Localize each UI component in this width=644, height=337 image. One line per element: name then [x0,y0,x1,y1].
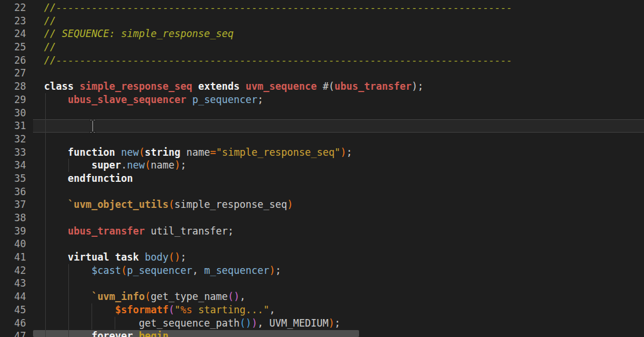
token-kw: super [92,159,121,171]
code-line-40[interactable]: 40 [0,237,644,251]
code-text[interactable]: function new(string name="simple_respons… [26,146,352,159]
code-line-33[interactable]: 33 function new(string name="simple_resp… [0,146,644,159]
editor-viewport: 22//------------------------------------… [0,0,644,337]
token-txt [115,146,121,158]
token-str: " [174,304,180,316]
code-text[interactable]: forever begin [26,329,169,337]
code-text[interactable]: class simple_response_seq extends uvm_se… [26,80,423,93]
token-fn: body [145,251,169,263]
line-number: 35 [0,172,26,185]
token-txt: , UVM_MEDIUM [258,317,329,329]
token-kw: forever [92,330,133,337]
token-txt: . [121,159,127,171]
token-kw: task [115,251,139,263]
token-txt: ; [258,94,264,105]
code-text[interactable]: ubus_transfer util_transfer; [26,225,234,238]
line-number: 32 [0,133,26,146]
token-txt: name [151,159,174,171]
line-number: 33 [0,146,26,159]
code-line-27[interactable]: 27 [0,67,644,80]
token-fn: new [127,159,145,171]
indent-guide [45,119,46,133]
token-b2: ( [169,304,174,316]
current-line-highlight [33,119,644,133]
token-mac: `uvm_info [92,291,145,302]
code-text[interactable]: // [26,41,56,54]
token-b2: () [228,291,239,302]
code-line-26[interactable]: 26//------------------------------------… [0,54,644,67]
token-txt [109,251,115,263]
token-txt [44,159,92,171]
token-com: //--------------------------------------… [44,54,513,66]
code-line-29[interactable]: 29 ubus_slave_sequencer p_sequencer; [0,93,644,107]
code-line-35[interactable]: 35 endfunction [0,172,644,185]
token-com: // SEQUENCE: simple_response_seq [44,28,234,39]
code-text[interactable]: // [26,14,56,28]
token-b1: ) [328,317,334,329]
code-text[interactable]: endfunction [26,172,133,185]
code-line-31[interactable]: 31 [0,119,644,133]
code-line-36[interactable]: 36 [0,185,644,199]
code-text[interactable]: $sformatf("%s starting...", [26,303,275,317]
indent-guide [45,237,46,251]
line-number: 47 [0,329,26,337]
token-kw: class [44,80,74,92]
token-txt [44,304,115,316]
indent-guide [68,277,69,290]
token-txt [44,265,92,276]
code-line-28[interactable]: 28class simple_response_seq extends uvm_… [0,80,644,93]
code-area[interactable]: 22//------------------------------------… [0,0,644,337]
code-line-34[interactable]: 34 super.new(name); [0,159,644,172]
code-line-39[interactable]: 39 ubus_transfer util_transfer; [0,225,644,238]
token-txt [192,80,198,92]
code-line-42[interactable]: 42 $cast(p_sequencer, m_sequencer); [0,264,644,277]
token-mac: `uvm_object_utils [68,199,169,210]
line-number: 46 [0,317,26,330]
token-txt: get_sequence_path [139,317,240,329]
code-line-22[interactable]: 22//------------------------------------… [0,1,644,14]
line-number: 24 [0,27,26,41]
line-number: 26 [0,54,26,67]
token-com: // [44,15,56,27]
code-line-46[interactable]: 46 get_sequence_path()), UVM_MEDIUM); [0,317,644,330]
code-line-23[interactable]: 23// [0,14,644,28]
code-line-24[interactable]: 24// SEQUENCE: simple_response_seq [0,27,644,41]
code-line-37[interactable]: 37 `uvm_object_utils(simple_response_seq… [0,198,644,211]
code-text[interactable]: `uvm_object_utils(simple_response_seq) [26,198,293,211]
code-line-45[interactable]: 45 $sformatf("%s starting...", [0,303,644,317]
line-number: 27 [0,67,26,80]
code-line-41[interactable]: 41 virtual task body(); [0,251,644,264]
code-line-32[interactable]: 32 [0,133,644,146]
code-text[interactable]: get_sequence_path()), UVM_MEDIUM); [26,317,341,330]
code-text[interactable]: // SEQUENCE: simple_response_seq [26,27,234,41]
token-txt [44,225,68,237]
line-number: 31 [0,119,26,133]
code-line-25[interactable]: 25// [0,41,644,54]
token-txt [44,94,68,105]
token-b1: ( [169,199,174,210]
token-fmt: %s [180,304,192,316]
code-text[interactable]: $cast(p_sequencer, m_sequencer); [26,264,281,277]
indent-guide [45,133,46,146]
token-b2: ) [251,317,257,329]
code-line-47[interactable]: 47 forever begin [0,329,644,337]
token-txt [44,173,68,184]
token-b1: ) [341,146,346,158]
code-text[interactable]: virtual task body(); [26,251,186,264]
code-line-44[interactable]: 44 `uvm_info(get_type_name(), [0,290,644,303]
code-text[interactable]: //--------------------------------------… [26,54,513,67]
code-text[interactable]: `uvm_info(get_type_name(), [26,290,246,303]
token-fn: new [121,146,139,158]
line-number: 43 [0,277,26,290]
token-txt [44,251,68,263]
code-text[interactable]: //--------------------------------------… [26,1,513,14]
code-line-43[interactable]: 43 [0,277,644,290]
code-line-30[interactable]: 30 [0,107,644,120]
token-kw: endfunction [68,173,133,184]
code-line-38[interactable]: 38 [0,211,644,225]
code-text[interactable]: ubus_slave_sequencer p_sequencer; [26,93,264,107]
indent-guide [45,185,46,199]
token-txt: ; [346,146,352,158]
code-text[interactable]: super.new(name); [26,159,186,172]
token-txt [44,330,92,337]
